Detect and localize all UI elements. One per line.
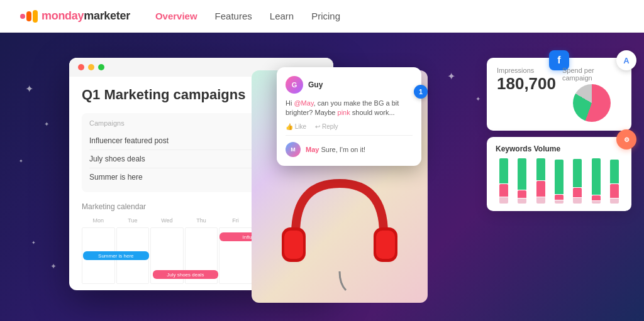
cal-day-mon: Mon (82, 216, 115, 225)
logo[interactable]: mondaymarketer (20, 9, 130, 23)
maximize-dot (98, 64, 104, 70)
svg-rect-2 (33, 10, 38, 23)
nav-learn[interactable]: Learn (270, 11, 294, 21)
chat-reply-row: M May Sure, I'm on it! (286, 142, 413, 157)
bar-group-6 (588, 158, 604, 204)
bar-light (536, 197, 545, 204)
bar-group-3 (533, 158, 548, 204)
bar-light (573, 198, 582, 204)
cal-day-tue: Tue (116, 216, 150, 225)
impressions-card: f A Impressions 180,700 Spend per campai… (487, 58, 631, 131)
page-title: Q1 Marketing campaigns (82, 87, 245, 103)
nav-features[interactable]: Features (215, 11, 252, 21)
keywords-bar-chart (496, 160, 623, 204)
bar-pink (610, 184, 619, 198)
impressions-block: Impressions 180,700 (497, 67, 556, 122)
bar-group-7 (607, 160, 623, 204)
bar-green (555, 160, 564, 194)
bar-pink (518, 190, 526, 198)
stats-panel: f A Impressions 180,700 Spend per campai… (487, 58, 631, 211)
svg-rect-6 (376, 231, 395, 259)
campaign-name-1: Influencer featured post (89, 136, 169, 145)
sender-name: Guy (308, 80, 323, 89)
bar-light (518, 199, 526, 204)
svg-rect-4 (284, 231, 303, 259)
spend-label: Spend per campaign (562, 67, 621, 82)
reply-sender: May (306, 146, 319, 153)
bar-group-2 (514, 158, 530, 204)
reply-button[interactable]: ↩ Reply (315, 123, 338, 130)
bar-group-1 (496, 158, 511, 204)
chat-actions: 👍 Like ↩ Reply (286, 123, 413, 136)
chat-overlay: G Guy Hi @May, can you make the BG a bit… (277, 67, 421, 166)
campaigns-col-header: Campaigns (89, 119, 125, 127)
star-decoration: ✦ (50, 262, 57, 271)
chat-user-row: G Guy (286, 76, 413, 94)
cal-day-thu: Thu (185, 216, 218, 225)
bar-pink (536, 181, 545, 197)
cal-day-fri: Fri (219, 216, 252, 225)
logo-icon (20, 10, 38, 23)
logo-text: mondaymarketer (42, 9, 130, 23)
bar-group-5 (570, 159, 586, 204)
bar-light (592, 201, 601, 204)
star-decoration: ✦ (25, 83, 33, 95)
bar-green (592, 158, 601, 195)
headphones-svg (270, 158, 409, 297)
chat-message: Hi @May, can you make the BG a bit brigh… (286, 99, 413, 118)
bar-green (518, 158, 526, 190)
star-decoration: ✦ (31, 240, 36, 246)
spend-pie-chart (573, 84, 611, 122)
star-decoration: ✦ (447, 70, 455, 82)
bar-light (555, 200, 564, 204)
star-decoration: ✦ (44, 121, 49, 128)
keywords-title: Keywords Volume (496, 144, 623, 153)
sender-avatar: G (286, 76, 303, 94)
cal-day-wed: Wed (150, 216, 184, 225)
hero-section: ✦ ✦ ✦ ✦ ✦ ✦ ✦ Q1 Marketing campaigns ···… (0, 33, 644, 321)
star-decoration: ✦ (475, 95, 480, 102)
bar-group-4 (551, 160, 567, 204)
nav-overview[interactable]: Overview (155, 11, 197, 21)
cal-event-summer: Summer is here (83, 251, 149, 260)
bar-pink (555, 195, 564, 200)
bar-light (499, 197, 508, 204)
bar-light (610, 199, 619, 204)
campaign-name-2: July shoes deals (89, 155, 145, 163)
bar-green (536, 158, 545, 180)
bar-pink (592, 195, 601, 200)
bar-pink (573, 188, 582, 197)
navbar: mondaymarketer Overview Features Learn P… (0, 0, 644, 33)
cal-event-shoes: July shoes deals (153, 270, 219, 279)
svg-rect-0 (20, 14, 25, 19)
close-dot (78, 64, 84, 70)
svg-rect-1 (26, 11, 31, 21)
impressions-value: 180,700 (497, 74, 556, 94)
bar-green (610, 160, 619, 183)
chat-mention2: pink (338, 109, 350, 116)
campaign-name-3: Summer is here (89, 173, 143, 182)
impressions-row: Impressions 180,700 Spend per campaign (497, 67, 621, 122)
bar-green (499, 158, 508, 183)
star-decoration: ✦ (19, 158, 23, 164)
chat-mention: @May (294, 99, 313, 107)
bar-green (573, 159, 582, 187)
nav-links: Overview Features Learn Pricing (155, 11, 340, 21)
spend-block: Spend per campaign (562, 67, 621, 122)
minimize-dot (88, 64, 94, 70)
impressions-label: Impressions (497, 67, 556, 74)
like-button[interactable]: 👍 Like (286, 123, 306, 130)
bar-pink (499, 184, 508, 197)
hubspot-badge: ⚙ (616, 129, 636, 150)
nav-pricing[interactable]: Pricing (311, 11, 340, 21)
keywords-card: ⚙ Keywords Volume (487, 137, 631, 211)
reply-avatar: M (286, 142, 301, 157)
reply-text: May Sure, I'm on it! (306, 146, 365, 153)
